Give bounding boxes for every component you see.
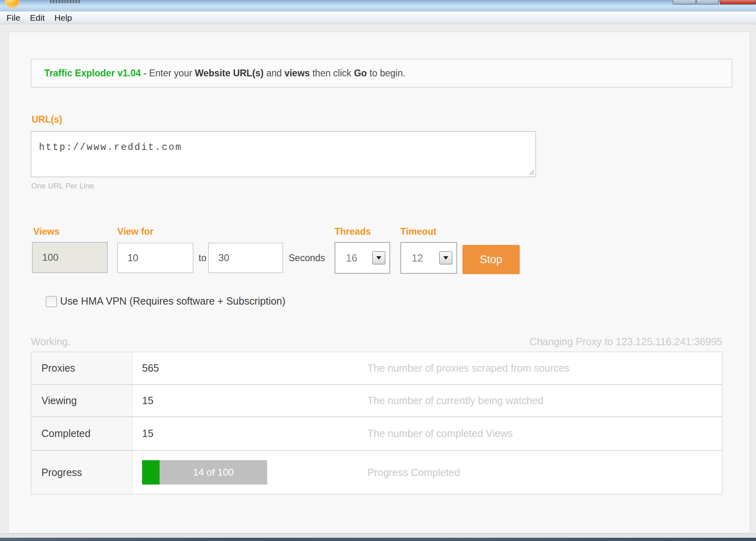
urls-hint: One URL Per Line — [31, 182, 94, 190]
seconds-label: Seconds — [289, 243, 325, 273]
header-text: and — [264, 68, 284, 79]
header-bold-go: Go — [354, 68, 367, 79]
window-titlebar — [0, 0, 756, 11]
urls-label: URL(s) — [32, 114, 62, 125]
header-bold-url: Website URL(s) — [195, 68, 264, 79]
progress-bar-text: 14 of 100 — [160, 460, 267, 485]
to-label: to — [199, 243, 206, 273]
view-for-max-input[interactable] — [208, 243, 283, 273]
window-bottom-frame — [0, 533, 756, 538]
hma-vpn-label: Use HMA VPN (Requires software + Subscri… — [60, 295, 285, 307]
header-text: then click — [310, 68, 354, 79]
app-window: File Edit Help Traffic Exploder v1.04 - … — [0, 0, 756, 541]
row-description: The number of currently being watched — [367, 395, 722, 407]
window-title — [50, 0, 80, 3]
threads-dropdown-button[interactable] — [372, 251, 385, 264]
progress-cell: 14 of 100 — [133, 460, 367, 485]
timeout-label: Timeout — [400, 226, 436, 237]
window-controls — [673, 0, 756, 5]
view-for-label: View for — [117, 226, 153, 237]
row-description: Progress Completed — [367, 467, 722, 478]
close-button[interactable] — [720, 0, 756, 4]
header-bold-views: views — [284, 68, 310, 79]
main-panel: Traffic Exploder v1.04 - Enter your Webs… — [8, 32, 750, 533]
timeout-select[interactable]: 12 — [400, 242, 457, 274]
views-label: Views — [33, 226, 60, 237]
menu-file[interactable]: File — [2, 11, 25, 24]
row-label: Progress — [31, 451, 133, 494]
table-row-proxies: Proxies 565 The number of proxies scrape… — [31, 352, 722, 384]
progress-fill — [142, 460, 160, 485]
timeout-value: 12 — [401, 252, 439, 264]
row-description: The number of completed Views — [367, 428, 722, 439]
threads-label: Threads — [335, 226, 371, 237]
threads-value: 16 — [335, 252, 372, 264]
menu-bar: File Edit Help — [0, 11, 756, 24]
chevron-down-icon — [443, 256, 448, 260]
status-row: Working. Changing Proxy to 123.125.116.2… — [31, 336, 722, 348]
row-value: 15 — [133, 395, 367, 407]
status-proxy: Changing Proxy to 123.125.116.241:36995 — [529, 336, 722, 348]
timeout-dropdown-button[interactable] — [439, 251, 452, 264]
row-label: Proxies — [31, 352, 133, 384]
row-value: 15 — [133, 428, 367, 439]
row-label: Completed — [31, 417, 133, 450]
view-for-min-input[interactable] — [117, 243, 193, 273]
row-value: 565 — [133, 362, 367, 374]
row-description: The number of proxies scraped from sourc… — [367, 362, 722, 374]
header-banner: Traffic Exploder v1.04 - Enter your Webs… — [31, 59, 732, 87]
app-body: Traffic Exploder v1.04 - Enter your Webs… — [0, 25, 756, 533]
status-working: Working. — [31, 336, 71, 348]
menu-edit[interactable]: Edit — [25, 11, 50, 24]
progress-bar: 14 of 100 — [142, 460, 267, 485]
app-logo-icon — [5, 0, 19, 8]
row-label: Viewing — [31, 385, 133, 416]
app-title: Traffic Exploder v1.04 — [44, 68, 141, 79]
table-row-completed: Completed 15 The number of completed Vie… — [31, 416, 722, 450]
header-text: - Enter your — [141, 68, 195, 79]
taskbar-edge — [0, 538, 756, 541]
header-text: to begin. — [367, 68, 406, 79]
threads-select[interactable]: 16 — [335, 242, 390, 274]
maximize-button[interactable] — [696, 0, 719, 4]
stop-button[interactable]: Stop — [462, 245, 520, 274]
table-row-viewing: Viewing 15 The number of currently being… — [31, 384, 722, 416]
table-row-progress: Progress 14 of 100 Progress Completed — [31, 450, 722, 494]
stats-table: Proxies 565 The number of proxies scrape… — [31, 352, 722, 494]
menu-help[interactable]: Help — [50, 11, 77, 24]
chevron-down-icon — [376, 256, 381, 260]
views-input[interactable] — [32, 242, 108, 273]
hma-vpn-checkbox[interactable] — [46, 296, 57, 307]
urls-textarea[interactable]: http://www.reddit.com — [31, 131, 536, 177]
minimize-button[interactable] — [673, 0, 696, 4]
